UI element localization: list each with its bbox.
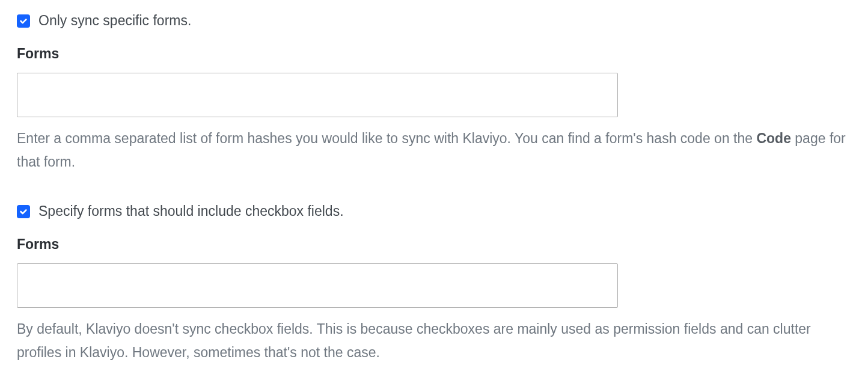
forms-helper-2: By default, Klaviyo doesn't sync checkbo…	[17, 317, 846, 364]
checkbox-fields-row: Specify forms that should include checkb…	[17, 203, 851, 221]
helper-text-pre: Enter a comma separated list of form has…	[17, 130, 756, 146]
sync-specific-forms-checkbox[interactable]	[17, 14, 30, 28]
checkmark-icon	[19, 17, 28, 25]
forms-input-1[interactable]	[17, 73, 618, 117]
checkbox-fields-checkbox[interactable]	[17, 205, 30, 218]
sync-specific-forms-row: Only sync specific forms.	[17, 12, 851, 30]
sync-specific-forms-label: Only sync specific forms.	[38, 12, 191, 30]
checkbox-fields-label: Specify forms that should include checkb…	[38, 203, 344, 221]
helper-text-bold: Code	[756, 130, 791, 146]
forms-helper-1: Enter a comma separated list of form has…	[17, 127, 846, 174]
sync-specific-forms-section: Only sync specific forms. Forms Enter a …	[17, 12, 851, 174]
forms-input-2[interactable]	[17, 263, 618, 308]
forms-label-2: Forms	[17, 236, 851, 253]
checkmark-icon	[19, 207, 28, 216]
checkbox-fields-section: Specify forms that should include checkb…	[17, 203, 851, 364]
forms-label-1: Forms	[17, 46, 851, 62]
